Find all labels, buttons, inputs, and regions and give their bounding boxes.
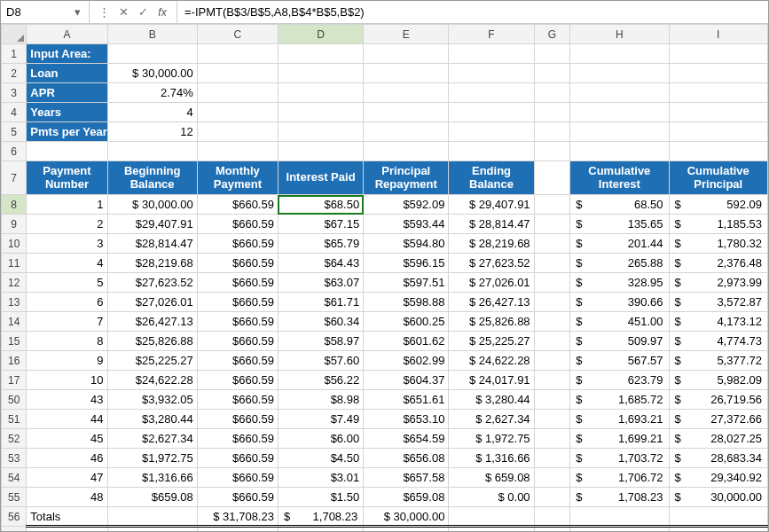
cell[interactable]: $660.59	[197, 468, 278, 488]
cell[interactable]	[364, 44, 449, 64]
cell[interactable]: Totals	[27, 507, 107, 527]
cell[interactable]	[107, 527, 197, 532]
cell[interactable]	[669, 44, 767, 64]
cell[interactable]	[534, 293, 570, 312]
cell[interactable]: $660.59	[197, 254, 278, 273]
cell[interactable]: $27,026.01	[107, 293, 197, 312]
cell[interactable]	[669, 103, 767, 122]
cell[interactable]: $ 26,427.13	[449, 293, 534, 312]
cell[interactable]	[278, 103, 363, 122]
row-header[interactable]: 1	[2, 44, 27, 64]
cell[interactable]: 12	[107, 122, 197, 142]
cell[interactable]	[107, 142, 197, 161]
cell[interactable]	[278, 527, 363, 532]
row-header[interactable]: 14	[2, 312, 27, 332]
cell[interactable]: $1,685.72	[570, 390, 669, 410]
row-header[interactable]: 7	[2, 161, 27, 195]
fx-icon[interactable]: fx	[155, 5, 169, 20]
cell[interactable]: $64.43	[278, 254, 363, 273]
cell[interactable]: $1,316.66	[107, 468, 197, 488]
cell[interactable]: 47	[27, 468, 107, 488]
cell[interactable]	[449, 122, 534, 142]
cell[interactable]: $597.51	[364, 273, 449, 293]
cell[interactable]	[364, 527, 449, 532]
cell[interactable]	[534, 312, 570, 332]
loan-label[interactable]: Loan	[27, 64, 107, 83]
name-box-dropdown-icon[interactable]: ▾	[71, 6, 83, 19]
cell[interactable]	[669, 527, 767, 532]
cell[interactable]: $567.57	[570, 351, 669, 371]
cell[interactable]: $ 29,407.91	[449, 195, 534, 215]
cell[interactable]: $ 0.00	[449, 488, 534, 507]
cell[interactable]: 7	[27, 312, 107, 332]
cell[interactable]: $67.15	[278, 215, 363, 234]
cell[interactable]: 10	[27, 371, 107, 390]
cell[interactable]: $653.10	[364, 410, 449, 429]
cell[interactable]: $4,774.73	[669, 332, 767, 351]
cell[interactable]	[570, 64, 669, 83]
cell[interactable]: $660.59	[197, 234, 278, 254]
cell[interactable]: $7.49	[278, 410, 363, 429]
cell[interactable]: 6	[27, 293, 107, 312]
formula-input[interactable]: =-IPMT(B$3/B$5,A8,B$4*B$5,B$2)	[177, 1, 768, 23]
col-H[interactable]: H	[570, 25, 669, 44]
col-C[interactable]: C	[197, 25, 278, 44]
row-header[interactable]: 56	[2, 507, 27, 527]
cell[interactable]: $660.59	[197, 371, 278, 390]
cell[interactable]: 43	[27, 390, 107, 410]
cell[interactable]: $ 27,623.52	[449, 254, 534, 273]
cell[interactable]: $2,627.34	[107, 429, 197, 449]
cell[interactable]: 4	[107, 103, 197, 122]
row-header[interactable]: 8	[2, 195, 27, 215]
cell[interactable]: $68.50	[570, 195, 669, 215]
cell[interactable]	[570, 507, 669, 527]
cell[interactable]: $ 31,708.23	[197, 507, 278, 527]
row-header[interactable]: 51	[2, 410, 27, 429]
cell[interactable]: $654.59	[364, 429, 449, 449]
cell[interactable]: $5,982.09	[669, 371, 767, 390]
cell[interactable]	[534, 44, 570, 64]
cell[interactable]	[364, 122, 449, 142]
cell[interactable]: $592.09	[669, 195, 767, 215]
cell[interactable]: 9	[27, 351, 107, 371]
col-header-A[interactable]: Payment Number	[27, 161, 107, 195]
apr-label[interactable]: APR	[27, 83, 107, 103]
cell[interactable]: $3,932.05	[107, 390, 197, 410]
cell[interactable]: $27,623.52	[107, 273, 197, 293]
cell[interactable]: $4,173.12	[669, 312, 767, 332]
cell[interactable]: $ 30,000.00	[364, 507, 449, 527]
cell[interactable]: $56.22	[278, 371, 363, 390]
row-header[interactable]: 4	[2, 103, 27, 122]
cell[interactable]: 45	[27, 429, 107, 449]
cell[interactable]	[534, 449, 570, 468]
cell[interactable]	[534, 507, 570, 527]
cell[interactable]	[107, 507, 197, 527]
cell[interactable]: $660.59	[197, 390, 278, 410]
col-F[interactable]: F	[449, 25, 534, 44]
cell[interactable]: $660.59	[197, 410, 278, 429]
cell[interactable]: $656.08	[364, 449, 449, 468]
cell[interactable]: $509.97	[570, 332, 669, 351]
col-D[interactable]: D	[278, 25, 363, 44]
cell[interactable]: $660.59	[197, 332, 278, 351]
cell[interactable]: $30,000.00	[669, 488, 767, 507]
cell[interactable]	[449, 103, 534, 122]
col-A[interactable]: A	[27, 25, 107, 44]
col-header-F[interactable]: Ending Balance	[449, 161, 534, 195]
cell[interactable]: $451.00	[570, 312, 669, 332]
cell[interactable]	[570, 44, 669, 64]
cell[interactable]	[534, 332, 570, 351]
cell[interactable]: $3,572.87	[669, 293, 767, 312]
cell[interactable]	[197, 44, 278, 64]
cell[interactable]: $660.59	[197, 215, 278, 234]
cell[interactable]	[197, 527, 278, 532]
cell[interactable]: 2	[27, 215, 107, 234]
cell[interactable]: $659.08	[107, 488, 197, 507]
cell[interactable]	[534, 390, 570, 410]
cell[interactable]: $25,826.88	[107, 332, 197, 351]
cell[interactable]: $3.01	[278, 468, 363, 488]
cell[interactable]: $5,377.72	[669, 351, 767, 371]
cell[interactable]: $1,708.23	[278, 507, 363, 527]
cell[interactable]: $ 3,280.44	[449, 390, 534, 410]
cell[interactable]	[278, 83, 363, 103]
